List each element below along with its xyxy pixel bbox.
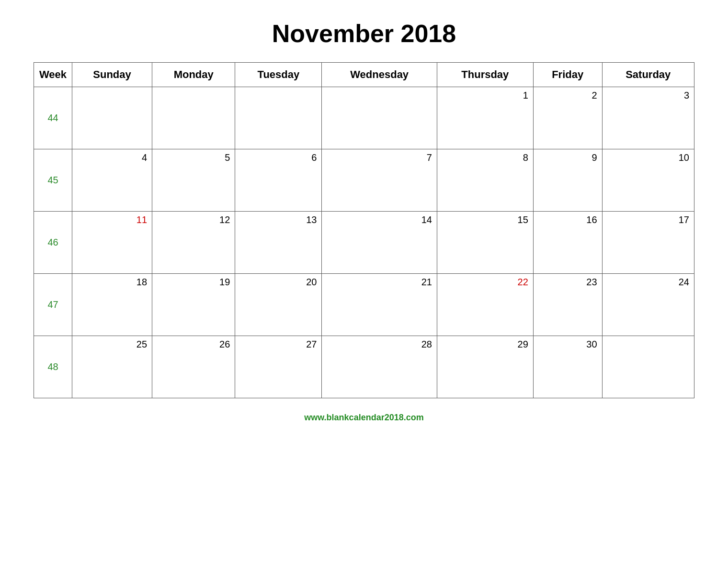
day-cell: 19 [152, 274, 235, 336]
date-number: 9 [538, 152, 597, 163]
date-number: 1 [442, 90, 528, 101]
col-header-saturday: Saturday [602, 63, 694, 87]
week-row: 4718192021222324 [34, 274, 694, 336]
date-number: 22 [442, 277, 528, 288]
day-cell: 17 [602, 212, 694, 274]
day-cell: 8 [437, 149, 533, 212]
header-row: WeekSundayMondayTuesdayWednesdayThursday… [34, 63, 694, 87]
date-number: 29 [442, 339, 528, 350]
day-cell: 29 [437, 336, 533, 398]
date-number: 21 [327, 277, 432, 288]
day-cell: 14 [322, 212, 437, 274]
date-number: 2 [538, 90, 597, 101]
page-title: November 2018 [272, 19, 456, 48]
day-cell: 18 [72, 274, 152, 336]
date-number: 20 [240, 277, 317, 288]
date-number: 26 [157, 339, 230, 350]
day-cell: 15 [437, 212, 533, 274]
day-cell: 2 [533, 87, 602, 149]
col-header-friday: Friday [533, 63, 602, 87]
day-cell: 5 [152, 149, 235, 212]
day-cell: 7 [322, 149, 437, 212]
day-cell: 4 [72, 149, 152, 212]
col-header-week: Week [34, 63, 72, 87]
date-number: 23 [538, 277, 597, 288]
week-number: 45 [34, 149, 72, 212]
date-number: 4 [77, 152, 147, 163]
date-number: 18 [77, 277, 147, 288]
day-cell: 21 [322, 274, 437, 336]
day-cell [322, 87, 437, 149]
week-row: 48252627282930 [34, 336, 694, 398]
day-cell: 25 [72, 336, 152, 398]
day-cell: 1 [437, 87, 533, 149]
week-row: 4545678910 [34, 149, 694, 212]
week-row: 44123 [34, 87, 694, 149]
date-number: 5 [157, 152, 230, 163]
date-number: 6 [240, 152, 317, 163]
day-cell [602, 336, 694, 398]
week-number: 46 [34, 212, 72, 274]
col-header-monday: Monday [152, 63, 235, 87]
day-cell: 10 [602, 149, 694, 212]
date-number: 8 [442, 152, 528, 163]
date-number: 13 [240, 214, 317, 225]
day-cell: 3 [602, 87, 694, 149]
date-number: 11 [77, 214, 147, 225]
day-cell: 26 [152, 336, 235, 398]
day-cell: 24 [602, 274, 694, 336]
week-number: 44 [34, 87, 72, 149]
calendar: WeekSundayMondayTuesdayWednesdayThursday… [34, 62, 694, 398]
date-number: 12 [157, 214, 230, 225]
date-number: 19 [157, 277, 230, 288]
day-cell: 28 [322, 336, 437, 398]
day-cell: 16 [533, 212, 602, 274]
day-cell: 20 [235, 274, 322, 336]
date-number: 15 [442, 214, 528, 225]
day-cell: 12 [152, 212, 235, 274]
date-number: 27 [240, 339, 317, 350]
calendar-table: WeekSundayMondayTuesdayWednesdayThursday… [34, 62, 694, 398]
day-cell: 30 [533, 336, 602, 398]
week-number: 47 [34, 274, 72, 336]
col-header-wednesday: Wednesday [322, 63, 437, 87]
day-cell: 9 [533, 149, 602, 212]
col-header-thursday: Thursday [437, 63, 533, 87]
day-cell [235, 87, 322, 149]
date-number: 3 [607, 90, 689, 101]
footer-link[interactable]: www.blankcalendar2018.com [304, 413, 423, 423]
day-cell: 6 [235, 149, 322, 212]
col-header-sunday: Sunday [72, 63, 152, 87]
date-number: 14 [327, 214, 432, 225]
day-cell: 23 [533, 274, 602, 336]
date-number: 25 [77, 339, 147, 350]
date-number: 24 [607, 277, 689, 288]
date-number: 28 [327, 339, 432, 350]
day-cell: 22 [437, 274, 533, 336]
date-number: 10 [607, 152, 689, 163]
date-number: 17 [607, 214, 689, 225]
date-number: 30 [538, 339, 597, 350]
week-row: 4611121314151617 [34, 212, 694, 274]
date-number: 7 [327, 152, 432, 163]
day-cell: 13 [235, 212, 322, 274]
day-cell: 27 [235, 336, 322, 398]
day-cell [72, 87, 152, 149]
week-number: 48 [34, 336, 72, 398]
day-cell: 11 [72, 212, 152, 274]
col-header-tuesday: Tuesday [235, 63, 322, 87]
day-cell [152, 87, 235, 149]
date-number: 16 [538, 214, 597, 225]
